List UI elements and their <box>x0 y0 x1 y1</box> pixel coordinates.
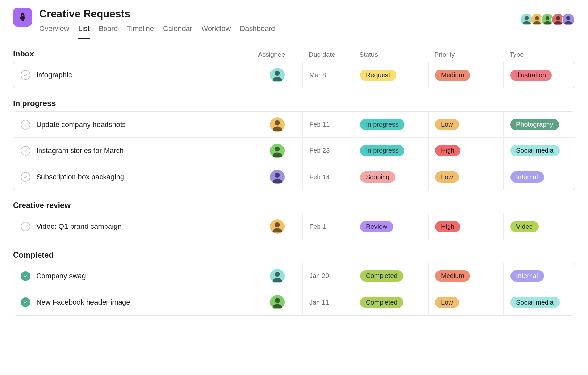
task-name-cell[interactable]: Video: Q1 brand campaign <box>13 213 252 240</box>
column-header-status[interactable]: Status <box>353 51 428 58</box>
priority-cell[interactable]: Low <box>428 289 503 315</box>
task-name-cell[interactable]: Update company headshots <box>13 112 252 137</box>
priority-pill[interactable]: Low <box>435 297 459 308</box>
task-row[interactable]: Instagram stories for MarchFeb 23In prog… <box>13 138 575 164</box>
complete-checkbox[interactable] <box>21 172 30 182</box>
task-row[interactable]: InfographicMar 8RequestMediumIllustratio… <box>13 62 575 88</box>
due-date-cell[interactable]: Feb 1 <box>302 213 353 240</box>
priority-pill[interactable]: High <box>435 145 460 156</box>
assignee-avatar[interactable] <box>270 117 285 132</box>
member-avatars[interactable] <box>523 13 575 26</box>
task-name-cell[interactable]: Company swag <box>13 263 252 289</box>
section-title[interactable]: Inbox <box>13 49 252 58</box>
task-row[interactable]: Company swagJan 20CompletedMediumInterna… <box>13 263 575 289</box>
type-cell[interactable]: Illustration <box>503 62 575 88</box>
tab-board[interactable]: Board <box>99 23 118 39</box>
type-cell[interactable]: Internal <box>503 164 575 190</box>
priority-pill[interactable]: High <box>435 221 460 232</box>
task-name-cell[interactable]: Instagram stories for March <box>13 138 252 164</box>
status-pill[interactable]: Completed <box>360 270 403 282</box>
assignee-cell[interactable] <box>252 112 302 137</box>
member-avatar[interactable] <box>562 13 575 26</box>
status-cell[interactable]: Completed <box>353 289 428 315</box>
task-name[interactable]: Company swag <box>36 272 86 280</box>
status-cell[interactable]: Completed <box>353 263 428 289</box>
due-date-cell[interactable]: Feb 11 <box>302 112 353 137</box>
due-date-cell[interactable]: Feb 23 <box>302 138 353 164</box>
status-cell[interactable]: Request <box>353 62 428 88</box>
assignee-avatar[interactable] <box>270 269 285 283</box>
task-name[interactable]: Instagram stories for March <box>36 147 124 155</box>
column-header-priority[interactable]: Priority <box>428 51 503 58</box>
priority-pill[interactable]: Low <box>435 119 459 130</box>
status-pill[interactable]: In progress <box>360 119 404 130</box>
type-cell[interactable]: Social media <box>503 289 575 315</box>
due-date-cell[interactable]: Jan 20 <box>302 263 353 289</box>
priority-cell[interactable]: High <box>428 138 503 164</box>
complete-checkbox[interactable] <box>21 271 30 281</box>
assignee-cell[interactable] <box>252 138 302 164</box>
task-name[interactable]: Infographic <box>36 71 72 79</box>
section-title[interactable]: In progress <box>13 99 252 108</box>
task-name-cell[interactable]: New Facebook header image <box>13 289 252 315</box>
task-row[interactable]: New Facebook header imageJan 11Completed… <box>13 289 575 315</box>
task-row[interactable]: Subscription box packagingFeb 14ScopingL… <box>13 164 575 190</box>
complete-checkbox[interactable] <box>21 120 30 130</box>
type-pill[interactable]: Photography <box>510 119 559 130</box>
priority-pill[interactable]: Low <box>435 171 459 183</box>
assignee-cell[interactable] <box>252 164 302 190</box>
assignee-avatar[interactable] <box>270 144 285 158</box>
status-cell[interactable]: In progress <box>353 138 428 164</box>
assignee-cell[interactable] <box>252 213 302 240</box>
task-name[interactable]: New Facebook header image <box>36 298 130 306</box>
complete-checkbox[interactable] <box>21 297 30 307</box>
task-name-cell[interactable]: Infographic <box>13 62 252 88</box>
assignee-avatar[interactable] <box>270 170 285 184</box>
priority-pill[interactable]: Medium <box>435 70 470 81</box>
priority-cell[interactable]: Medium <box>428 62 503 88</box>
assignee-cell[interactable] <box>252 263 302 289</box>
priority-cell[interactable]: Medium <box>428 263 503 289</box>
status-pill[interactable]: Review <box>360 221 393 232</box>
type-cell[interactable]: Photography <box>503 112 575 137</box>
tab-workflow[interactable]: Workflow <box>201 23 231 39</box>
priority-cell[interactable]: Low <box>428 112 503 137</box>
assignee-avatar[interactable] <box>270 219 285 234</box>
status-pill[interactable]: In progress <box>360 145 404 156</box>
due-date-cell[interactable]: Jan 11 <box>302 289 353 315</box>
type-pill[interactable]: Internal <box>510 270 544 282</box>
assignee-cell[interactable] <box>252 62 302 88</box>
type-pill[interactable]: Internal <box>510 171 544 183</box>
type-pill[interactable]: Illustration <box>510 70 552 81</box>
task-name[interactable]: Video: Q1 brand campaign <box>36 222 122 231</box>
assignee-avatar[interactable] <box>270 295 285 309</box>
section-title[interactable]: Creative review <box>13 201 252 210</box>
type-cell[interactable]: Video <box>503 213 575 240</box>
task-row[interactable]: Update company headshotsFeb 11In progres… <box>13 112 575 138</box>
type-pill[interactable]: Social media <box>510 145 560 156</box>
complete-checkbox[interactable] <box>21 222 30 231</box>
type-cell[interactable]: Internal <box>503 263 575 289</box>
status-pill[interactable]: Completed <box>360 297 403 308</box>
task-row[interactable]: Video: Q1 brand campaignFeb 1ReviewHighV… <box>13 213 575 240</box>
tab-list[interactable]: List <box>78 23 90 39</box>
section-title[interactable]: Completed <box>13 250 252 259</box>
assignee-cell[interactable] <box>252 289 302 315</box>
status-pill[interactable]: Request <box>360 70 396 81</box>
assignee-avatar[interactable] <box>270 68 285 82</box>
due-date-cell[interactable]: Feb 14 <box>302 164 353 190</box>
complete-checkbox[interactable] <box>21 146 30 156</box>
column-header-assignee[interactable]: Assignee <box>252 51 302 58</box>
status-cell[interactable]: Scoping <box>353 164 428 190</box>
tab-timeline[interactable]: Timeline <box>127 23 154 39</box>
type-cell[interactable]: Social media <box>503 138 575 164</box>
task-name[interactable]: Subscription box packaging <box>36 173 124 181</box>
due-date-cell[interactable]: Mar 8 <box>302 62 353 88</box>
tab-dashboard[interactable]: Dashboard <box>240 23 275 39</box>
status-cell[interactable]: In progress <box>353 112 428 137</box>
type-pill[interactable]: Video <box>510 221 539 232</box>
status-pill[interactable]: Scoping <box>360 171 395 183</box>
column-header-type[interactable]: Type <box>503 51 575 58</box>
type-pill[interactable]: Social media <box>510 297 560 308</box>
complete-checkbox[interactable] <box>21 70 30 80</box>
